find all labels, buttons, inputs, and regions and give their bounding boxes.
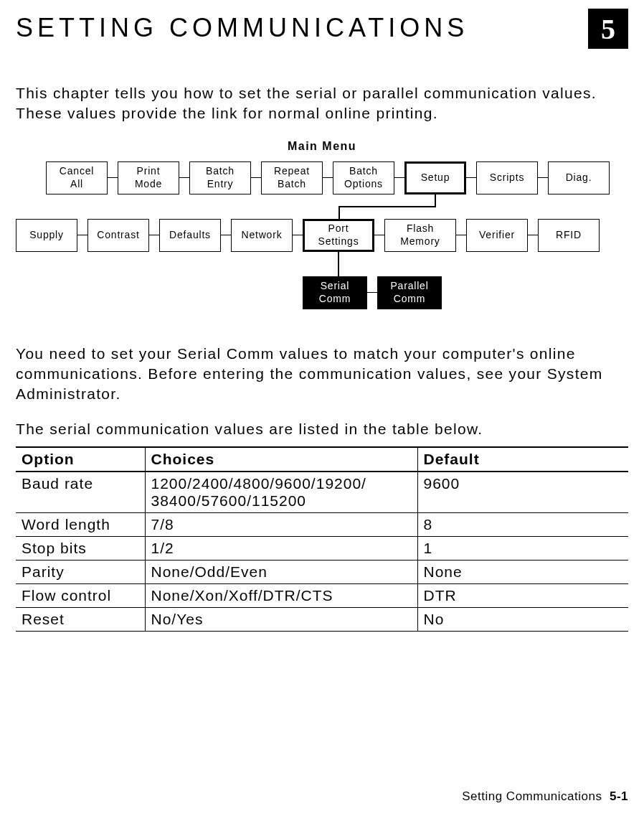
cell-option: Parity (16, 561, 145, 584)
menu-box-scripts: Scripts (476, 161, 538, 194)
cell-choices: None/Xon/Xoff/DTR/CTS (145, 584, 417, 608)
menu-box-setup: Setup (404, 161, 466, 194)
cell-option: Word length (16, 513, 145, 537)
connector (323, 177, 333, 178)
menu-box-diag: Diag. (548, 161, 610, 194)
connector (528, 235, 538, 235)
table-row: Flow control None/Xon/Xoff/DTR/CTS DTR (16, 584, 628, 608)
cell-option: Reset (16, 608, 145, 632)
cell-option: Stop bits (16, 537, 145, 561)
table-row: Stop bits 1/2 1 (16, 537, 628, 561)
connector (179, 177, 189, 178)
cell-choices: 1200/2400/4800/9600/19200/38400/57600/11… (145, 472, 417, 513)
connector (293, 235, 303, 235)
menu-box-cancel-all: CancelAll (46, 161, 108, 194)
table-row: Baud rate 1200/2400/4800/9600/19200/3840… (16, 472, 628, 513)
cell-default: 8 (417, 513, 628, 537)
menu-diagram: CancelAll PrintMode BatchEntry RepeatBat… (16, 161, 628, 327)
cell-choices: 1/2 (145, 537, 417, 561)
cell-choices: No/Yes (145, 608, 417, 632)
th-default: Default (417, 447, 628, 472)
menu-box-defaults: Defaults (159, 219, 221, 252)
paragraph-serial-comm: You need to set your Serial Comm values … (16, 344, 628, 405)
connector (538, 177, 548, 178)
table-row: Parity None/Odd/Even None (16, 561, 628, 584)
menu-box-rfid: RFID (538, 219, 600, 252)
menu-box-flash-memory: FlashMemory (384, 219, 456, 252)
page-footer: Setting Communications 5-1 (16, 789, 628, 804)
connector (367, 292, 377, 293)
footer-section: Setting Communications (462, 789, 602, 803)
menu-box-port-settings: PortSettings (303, 219, 374, 252)
connector (466, 177, 476, 178)
connector (77, 235, 87, 235)
menu-box-parallel-comm: ParallelComm (377, 276, 442, 309)
menu-box-supply: Supply (16, 219, 77, 252)
cell-option: Baud rate (16, 472, 145, 513)
menu-box-batch-entry: BatchEntry (189, 161, 251, 194)
menu-box-serial-comm: SerialComm (303, 276, 367, 309)
footer-page-number: 5-1 (610, 789, 628, 803)
cell-default: DTR (417, 584, 628, 608)
table-header-row: Option Choices Default (16, 447, 628, 472)
menu-box-contrast: Contrast (87, 219, 149, 252)
menu-box-print-mode: PrintMode (118, 161, 179, 194)
menu-box-batch-options: BatchOptions (333, 161, 394, 194)
serial-comm-table: Option Choices Default Baud rate 1200/24… (16, 446, 628, 632)
th-option: Option (16, 447, 145, 472)
chapter-number-badge: 5 (588, 9, 628, 49)
cell-choices: 7/8 (145, 513, 417, 537)
cell-default: None (417, 561, 628, 584)
cell-default: No (417, 608, 628, 632)
connector (394, 177, 404, 178)
cell-default: 1 (417, 537, 628, 561)
main-menu-label: Main Menu (16, 140, 628, 153)
connector (251, 177, 261, 178)
cell-option: Flow control (16, 584, 145, 608)
connector (221, 235, 231, 235)
menu-box-repeat-batch: RepeatBatch (261, 161, 323, 194)
cell-default: 9600 (417, 472, 628, 513)
connector (149, 235, 159, 235)
th-choices: Choices (145, 447, 417, 472)
page-header: SETTING COMMUNICATIONS 5 (16, 13, 628, 49)
connector (374, 235, 384, 235)
connector (435, 194, 436, 206)
connector (338, 252, 339, 276)
connector (108, 177, 118, 178)
cell-choices: None/Odd/Even (145, 561, 417, 584)
table-row: Word length 7/8 8 (16, 513, 628, 537)
paragraph-table-intro: The serial communication values are list… (16, 419, 628, 439)
menu-box-network: Network (231, 219, 293, 252)
connector (338, 206, 436, 207)
chapter-title: SETTING COMMUNICATIONS (16, 13, 468, 43)
menu-box-verifier: Verifier (466, 219, 528, 252)
table-row: Reset No/Yes No (16, 608, 628, 632)
connector (338, 206, 340, 219)
connector (456, 235, 466, 235)
intro-paragraph: This chapter tells you how to set the se… (16, 83, 628, 124)
